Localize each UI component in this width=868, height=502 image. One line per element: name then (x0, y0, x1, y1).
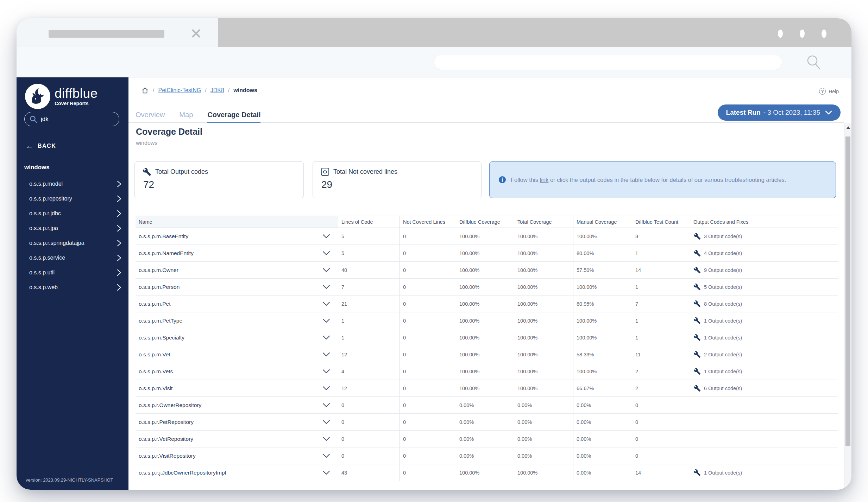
sidebar-package-label: o.s.s.p.service (29, 255, 65, 261)
cell-diffblue-coverage: 100.00% (456, 296, 514, 312)
breadcrumb-project-link[interactable]: PetClinic-TestNG (158, 87, 201, 94)
chevron-down-icon[interactable] (322, 318, 330, 323)
cell-not-covered-lines: 0 (400, 397, 456, 413)
sidebar-package-item[interactable]: o.s.s.p.service (24, 250, 121, 265)
cell-output-codes[interactable]: 3 Output code(s) (690, 228, 838, 244)
tab-title-placeholder (49, 30, 164, 38)
cell-output-codes[interactable]: 9 Output code(s) (690, 262, 838, 278)
cell-diffblue-coverage: 100.00% (456, 363, 514, 380)
sidebar-package-item[interactable]: o.s.s.p.web (24, 280, 121, 295)
search-icon[interactable] (805, 53, 823, 71)
cell-output-codes[interactable] (690, 397, 838, 413)
wrench-icon (693, 334, 701, 341)
chevron-down-icon[interactable] (322, 251, 330, 255)
cell-diffblue-test-count: 0 (632, 414, 690, 430)
sidebar-search[interactable] (24, 112, 119, 126)
window-control-dot[interactable] (778, 30, 783, 38)
cell-name: o.s.s.p.m.Visit (136, 380, 338, 396)
chevron-right-icon (117, 225, 121, 232)
cell-diffblue-test-count: 1 (632, 329, 690, 346)
wrench-icon (693, 249, 701, 257)
back-button[interactable]: ← BACK (26, 141, 56, 151)
chevron-down-icon[interactable] (322, 301, 330, 306)
cell-manual-coverage: 80.00% (573, 245, 632, 261)
table-row: o.s.s.p.m.PetType 1 0 100.00% 100.00% 10… (136, 312, 838, 329)
tab-overview[interactable]: Overview (136, 107, 165, 122)
cell-output-codes[interactable]: 5 Output code(s) (690, 279, 838, 295)
cell-total-coverage: 100.00% (514, 464, 573, 481)
cell-diffblue-test-count: 0 (632, 431, 690, 447)
cell-output-codes[interactable] (690, 431, 838, 447)
cell-total-coverage: 100.00% (514, 312, 573, 329)
address-bar-input[interactable] (434, 55, 782, 70)
chevron-down-icon[interactable] (322, 470, 330, 475)
chevron-down-icon[interactable] (322, 453, 330, 458)
help-button[interactable]: ? Help (819, 88, 839, 95)
troubleshooting-link[interactable]: link (540, 177, 549, 183)
chevron-down-icon[interactable] (322, 335, 330, 340)
cell-diffblue-coverage: 0.00% (456, 414, 514, 430)
column-header-lines-of-code: Lines of Code (338, 216, 400, 228)
sidebar-package-item[interactable]: o.s.s.p.model (24, 177, 121, 191)
class-name: o.s.s.p.r.VisitRepository (139, 453, 196, 459)
sidebar-package-label: o.s.s.p.repository (29, 196, 72, 202)
chevron-down-icon[interactable] (322, 386, 330, 390)
chevron-down-icon[interactable] (322, 268, 330, 272)
cell-name: o.s.s.p.m.PetType (136, 312, 338, 329)
wrench-icon (693, 233, 701, 240)
cell-lines-of-code: 4 (338, 363, 400, 380)
cell-total-coverage: 100.00% (514, 380, 573, 396)
cell-output-codes[interactable]: 1 Output code(s) (690, 329, 838, 346)
sidebar-package-item[interactable]: o.s.s.p.r.springdatajpa (24, 236, 121, 250)
sidebar-package-item[interactable]: o.s.s.p.r.jdbc (24, 206, 121, 221)
cell-lines-of-code: 0 (338, 397, 400, 413)
cell-output-codes[interactable]: 1 Output code(s) (690, 312, 838, 329)
cell-manual-coverage: 58.33% (573, 346, 632, 363)
output-codes-link: 4 Output code(s) (704, 250, 742, 256)
wrench-icon (693, 283, 701, 291)
page-subtitle: windows (136, 140, 157, 146)
vertical-scrollbar[interactable] (844, 123, 851, 490)
cell-output-codes[interactable]: 4 Output code(s) (690, 245, 838, 261)
chevron-down-icon[interactable] (322, 234, 330, 239)
cell-output-codes[interactable] (690, 447, 838, 464)
cell-output-codes[interactable]: 1 Output code(s) (690, 363, 838, 380)
cell-name: o.s.s.p.m.Pet (136, 296, 338, 312)
cell-manual-coverage: 0.00% (573, 464, 632, 481)
cell-name: o.s.s.p.m.NamedEntity (136, 245, 338, 261)
scrollbar-thumb[interactable] (845, 136, 850, 446)
cell-output-codes[interactable]: 1 Output code(s) (690, 464, 838, 481)
cell-diffblue-test-count: 1 (632, 279, 690, 295)
chevron-down-icon[interactable] (322, 369, 330, 374)
cell-lines-of-code: 0 (338, 431, 400, 447)
scroll-up-button[interactable] (846, 126, 850, 129)
chevron-down-icon[interactable] (322, 437, 330, 441)
sidebar-search-input[interactable] (41, 116, 108, 123)
window-control-dot[interactable] (822, 30, 826, 38)
cell-output-codes[interactable]: 6 Output code(s) (690, 380, 838, 396)
info-banner: Follow this link or click the output cod… (489, 161, 836, 198)
cell-output-codes[interactable] (690, 414, 838, 430)
breadcrumb-run-link[interactable]: JDK8 (210, 87, 224, 94)
cell-name: o.s.s.p.m.Owner (136, 262, 338, 278)
cell-output-codes[interactable]: 8 Output code(s) (690, 296, 838, 312)
browser-tab[interactable] (17, 18, 218, 47)
cell-output-codes[interactable]: 2 Output code(s) (690, 346, 838, 363)
cell-not-covered-lines: 0 (400, 363, 456, 380)
home-icon[interactable] (141, 87, 149, 94)
cell-name: o.s.s.p.m.Specialty (136, 329, 338, 346)
sidebar-package-label: o.s.s.p.web (29, 284, 58, 291)
cell-manual-coverage: 80.95% (573, 296, 632, 312)
latest-run-dropdown[interactable]: Latest Run - 3 Oct 2023, 11:35 (718, 104, 841, 121)
sidebar-package-item[interactable]: o.s.s.p.util (24, 265, 121, 280)
tab-map[interactable]: Map (179, 107, 193, 122)
chevron-down-icon[interactable] (322, 352, 330, 357)
sidebar-package-item[interactable]: o.s.s.p.repository (24, 191, 121, 206)
chevron-down-icon[interactable] (322, 285, 330, 289)
tab-coverage-detail[interactable]: Coverage Detail (207, 107, 260, 122)
window-control-dot[interactable] (800, 30, 805, 38)
chevron-down-icon[interactable] (322, 420, 330, 424)
tab-close-icon[interactable] (191, 28, 201, 39)
chevron-down-icon[interactable] (322, 403, 330, 407)
sidebar-package-item[interactable]: o.s.s.p.r.jpa (24, 221, 121, 236)
